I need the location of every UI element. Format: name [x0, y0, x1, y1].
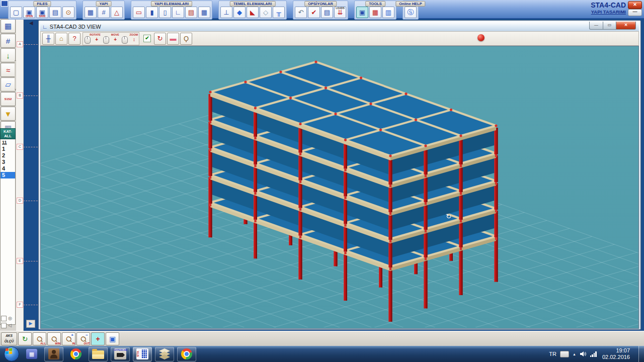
raft-foundation-button[interactable]: ◇ — [260, 7, 272, 18]
layer-stack-icon — [158, 348, 171, 359]
floor-list-item[interactable]: 2 — [1, 152, 15, 159]
view-3d-button[interactable]: ▣ — [356, 7, 368, 18]
eraser-button[interactable]: ▬ — [167, 33, 179, 45]
floor-list-item[interactable]: 11 — [1, 139, 15, 146]
app-minimize-button[interactable]: — — [628, 9, 642, 16]
zoom-buttons: ↻ϘALLϘWINϘIN+ϘOUT−+▣ — [18, 332, 119, 345]
views-button[interactable]: ▣ — [106, 332, 119, 345]
diagram-button[interactable]: ≈ — [1, 63, 16, 77]
online-help-button[interactable]: Ⓢ — [405, 7, 417, 18]
chrome-running-icon[interactable] — [177, 347, 196, 361]
start-button[interactable] — [4, 346, 19, 361]
sta4cad-3d-icon[interactable] — [155, 347, 174, 361]
single-footing-button[interactable]: ⊥ — [220, 7, 232, 18]
corner-column-button[interactable]: ∟ — [172, 7, 184, 18]
floor-list-item[interactable]: 3 — [1, 159, 15, 165]
zoom-tool-button[interactable]: ZOOM↕ — [120, 33, 139, 44]
window-close-button[interactable]: ✕ — [616, 22, 636, 30]
storey-editor-button[interactable]: # — [98, 7, 110, 18]
undo-button[interactable]: ↶ — [295, 7, 307, 18]
open-file-button[interactable]: ▣OPEN — [23, 7, 35, 18]
axes-grid-icon: ▦ — [372, 9, 378, 16]
project-settings-button[interactable]: ▤ — [49, 7, 61, 18]
column-button[interactable]: ▮ — [146, 7, 158, 18]
roof-button[interactable]: △ — [111, 7, 123, 18]
scroll-right-arrow[interactable]: ▶ — [26, 320, 35, 328]
plate-icon: ◇ — [263, 9, 268, 16]
movie-maker-icon[interactable]: ▦ — [22, 347, 41, 361]
aks-label: AKS — [2, 333, 17, 338]
sound-checkbox-box[interactable] — [1, 323, 7, 328]
new-file-button[interactable]: ▢ — [10, 7, 22, 18]
help-button[interactable]: ? — [68, 33, 80, 45]
sound-checkbox: ◁ — [1, 323, 12, 328]
zoom-window-button[interactable]: ϘWIN — [47, 332, 61, 345]
app-system-icon[interactable] — [1, 1, 8, 7]
aks-olcu-button[interactable]: AKS ÖLÇÜ — [1, 332, 17, 345]
keyboard-icon[interactable] — [560, 351, 569, 357]
view3d-viewport[interactable]: ↻ — [40, 46, 639, 329]
pile-button[interactable]: ╥ — [273, 7, 285, 18]
building-frame-button[interactable]: ▦ — [85, 7, 97, 18]
cube-3d-icon: ▣ — [359, 9, 365, 16]
scroll-left-arrow[interactable]: ◀ — [29, 20, 33, 26]
floor-list-item[interactable]: 1 — [1, 146, 15, 152]
clock[interactable]: 19:07 02.02.2016 — [602, 347, 630, 360]
view3d-titlebar[interactable]: ∟ STA4-CAD 3D VIEW — ▭ ✕ — [40, 22, 639, 31]
zoom-in-button[interactable]: ϘIN+ — [62, 332, 75, 345]
slab-button[interactable]: ▦ — [198, 7, 210, 18]
person-photo-icon[interactable] — [44, 347, 63, 361]
sta4cad-icon[interactable]: STA — [133, 347, 152, 361]
loads-button[interactable]: ⇊LOADS — [334, 7, 346, 18]
language-indicator[interactable]: TR — [549, 351, 556, 357]
home-button[interactable]: ⌂ — [55, 33, 67, 45]
network-signal-icon[interactable] — [590, 351, 597, 357]
floor-list-item[interactable]: 5 — [1, 172, 15, 178]
report-button[interactable]: ▤ — [321, 7, 333, 18]
view-option-checkbox[interactable]: ✔ — [143, 35, 151, 42]
column-icon: ▮ — [150, 9, 153, 16]
speaker-icon[interactable] — [580, 351, 587, 357]
slab-tool-button[interactable]: ▱ — [1, 77, 16, 92]
save-file-button[interactable]: ▣SAVE — [36, 7, 48, 18]
show-desktop-button[interactable] — [638, 346, 644, 362]
floor-list-item[interactable]: 4 — [1, 165, 15, 172]
app-close-button[interactable]: ✕ — [628, 1, 642, 9]
help-book-button[interactable]: ▥ — [382, 7, 394, 18]
kat-panel: KAT-ALL 1112345 — [0, 128, 16, 325]
axes-button[interactable]: ▦ — [369, 7, 381, 18]
chrome-logo-icon — [181, 348, 192, 359]
hidden-icons-arrow[interactable]: ▲ — [573, 352, 576, 356]
redraw-button[interactable]: ↻ — [18, 332, 32, 345]
frame-edit-button[interactable]: # — [1, 34, 16, 48]
chrome-icon[interactable] — [66, 347, 86, 361]
axis-label-E: E — [17, 258, 23, 264]
zoom-all-button[interactable]: ϘALL — [33, 332, 46, 345]
strip-footing-button[interactable]: ◣ — [247, 7, 259, 18]
window-maximize-button[interactable]: ▭ — [603, 22, 616, 30]
view-refresh-button[interactable]: ↻ — [154, 33, 166, 45]
window-minimize-button[interactable]: — — [589, 22, 603, 30]
section-down-button[interactable]: ↓ — [1, 48, 16, 62]
button-sub-label: OPEN — [24, 15, 35, 18]
project-clock-button[interactable]: ⊙ — [62, 7, 74, 18]
floor-list: 1112345 — [0, 139, 16, 325]
filter-button[interactable]: ▼ — [1, 107, 16, 121]
pan-button[interactable]: + — [91, 332, 105, 345]
preview-button[interactable]: Ϙ — [180, 33, 192, 45]
target-checkbox-box[interactable] — [1, 316, 7, 321]
zoom-out-button[interactable]: ϘOUT− — [76, 332, 90, 345]
shearwall-button[interactable]: ▯ — [159, 7, 171, 18]
plan-windows-button[interactable]: ▦ — [1, 19, 16, 33]
record-dot[interactable] — [477, 34, 485, 41]
check-button[interactable]: ✔ — [308, 7, 320, 18]
rotate-tool-button[interactable]: ROTATE+ — [83, 33, 102, 44]
explorer-icon[interactable] — [89, 347, 108, 361]
hypercam-icon[interactable]: HYPERCAM — [111, 347, 130, 361]
footing-gem-button[interactable]: ◆ — [233, 7, 246, 18]
beam-button[interactable]: ▭ — [133, 7, 145, 18]
move-tool-button[interactable]: MOVE+ — [102, 33, 120, 44]
masonry-wall-button[interactable]: ▤ — [185, 7, 197, 18]
s1s2-button[interactable]: S1S2 — [1, 92, 16, 106]
frame-axis-button[interactable]: ╫ — [42, 33, 54, 45]
